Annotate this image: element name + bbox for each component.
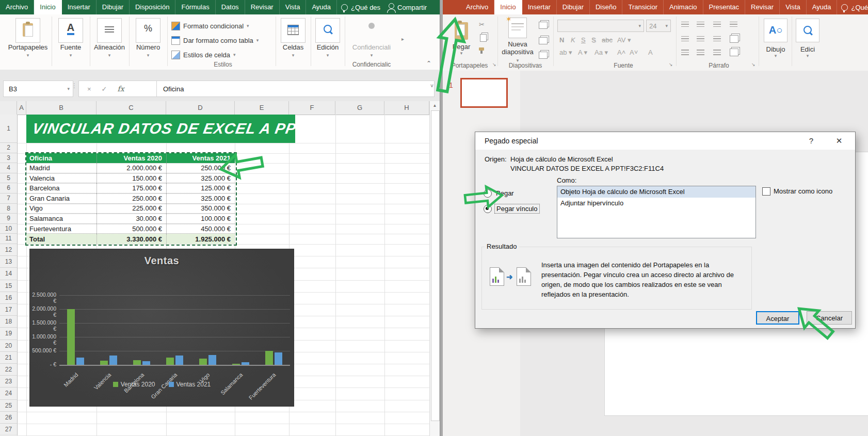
- font-size-combobox[interactable]: 24 ▾: [646, 20, 671, 32]
- dialog-launcher-icon[interactable]: ↘: [492, 62, 496, 67]
- paste-radio-label[interactable]: Pegar: [496, 189, 514, 197]
- insert-function-icon[interactable]: fx: [118, 85, 124, 93]
- strikethrough-button[interactable]: abc: [602, 36, 613, 44]
- excel-tab-dibujar[interactable]: Dibujar: [97, 0, 130, 14]
- powerpoint-tab-ayuda[interactable]: Ayuda: [807, 0, 838, 14]
- row-header-22[interactable]: 22: [0, 364, 18, 376]
- row-header-9[interactable]: 9: [0, 214, 18, 224]
- font-name-combobox[interactable]: ▾: [557, 20, 644, 32]
- row-header-24[interactable]: 24: [0, 387, 18, 399]
- row-header-13[interactable]: 13: [0, 256, 18, 268]
- row-header-25[interactable]: 25: [0, 400, 18, 412]
- table-cell[interactable]: 500.000 €: [97, 224, 166, 234]
- close-icon[interactable]: ✕: [831, 135, 847, 147]
- dialog-titlebar[interactable]: Pegado especial ? ✕: [475, 132, 855, 150]
- dialog-launcher-icon[interactable]: ↘: [751, 62, 756, 67]
- column-header-F[interactable]: F: [289, 101, 335, 115]
- bold-button[interactable]: N: [559, 36, 564, 44]
- table-cell[interactable]: Vigo: [26, 204, 97, 214]
- slide-thumbnail-1[interactable]: [460, 78, 508, 108]
- table-cell[interactable]: 1.925.000 €: [166, 234, 235, 244]
- row-header-6[interactable]: 6: [0, 183, 18, 193]
- excel-cells-group-button[interactable]: Celdas ▾: [277, 14, 310, 70]
- row-header-17[interactable]: 17: [0, 304, 18, 316]
- excel-tab-datos[interactable]: Datos: [216, 0, 245, 14]
- powerpoint-tab-diseño[interactable]: Diseño: [590, 0, 622, 14]
- row-header-4[interactable]: 4: [0, 163, 18, 173]
- drawing-group-button[interactable]: A○ Dibujo ▾: [763, 18, 789, 58]
- copy-icon[interactable]: [480, 34, 487, 42]
- align-text-icon[interactable]: [730, 35, 738, 43]
- reset-slide-icon[interactable]: [539, 37, 548, 44]
- powerpoint-tab-inicio[interactable]: Inicio: [494, 0, 522, 14]
- table-cell[interactable]: 250.000 €: [166, 163, 235, 173]
- paste-as-option[interactable]: Objeto Hoja de cálculo de Microsoft Exce…: [557, 186, 756, 198]
- powerpoint-tab-vista[interactable]: Vista: [780, 0, 807, 14]
- table-cell[interactable]: Total: [26, 234, 97, 244]
- excel-font-group-button[interactable]: A Fuente ▾: [53, 14, 89, 70]
- column-header-C[interactable]: C: [97, 101, 166, 115]
- excel-number-group-button[interactable]: % Número ▾: [130, 14, 166, 70]
- format-as-table-button[interactable]: Dar formato como tabla▾: [171, 34, 259, 46]
- bullets-icon[interactable]: [681, 22, 689, 27]
- powerpoint-tab-archivo[interactable]: Archivo: [460, 0, 494, 14]
- italic-button[interactable]: K: [571, 36, 575, 44]
- row-header-16[interactable]: 16: [0, 292, 18, 304]
- table-cell[interactable]: 325.000 €: [166, 173, 235, 184]
- table-cell[interactable]: Salamanca: [26, 214, 97, 224]
- table-cell[interactable]: 350.000 €: [166, 204, 235, 214]
- smartart-convert-icon[interactable]: [730, 49, 738, 56]
- excel-tab-ayuda[interactable]: Ayuda: [306, 0, 337, 14]
- row-header-8[interactable]: 8: [0, 204, 18, 214]
- accept-button[interactable]: Aceptar: [756, 311, 799, 325]
- column-header-D[interactable]: D: [166, 101, 235, 115]
- table-cell[interactable]: Valencia: [26, 173, 97, 184]
- table-cell[interactable]: 150.000 €: [97, 173, 166, 184]
- excel-tab-inicio[interactable]: Inicio: [34, 0, 61, 14]
- row-header-2[interactable]: 2: [0, 143, 18, 153]
- table-cell[interactable]: 3.330.000 €: [97, 234, 166, 244]
- table-header-cell[interactable]: Oficina: [26, 153, 97, 164]
- table-cell[interactable]: 2.000.000 €: [97, 163, 166, 173]
- table-cell[interactable]: 30.000 €: [97, 214, 166, 224]
- enter-icon[interactable]: ✓: [102, 85, 107, 93]
- expand-formula-bar-icon[interactable]: ˅: [430, 83, 433, 89]
- powerpoint-tab-insertar[interactable]: Insertar: [522, 0, 557, 14]
- excel-clipboard-group-button[interactable]: Portapapeles ▾: [5, 14, 51, 70]
- cell-styles-button[interactable]: Estilos de celda▾: [171, 49, 236, 61]
- row-header-1[interactable]: 1: [0, 115, 18, 143]
- paste-link-radio-label[interactable]: Pegar vínculo: [495, 204, 539, 213]
- line-spacing-icon[interactable]: [713, 22, 721, 27]
- row-header-11[interactable]: 11: [0, 234, 18, 244]
- shrink-font-button[interactable]: A˅: [630, 49, 638, 56]
- table-cell[interactable]: 100.000 €: [166, 214, 235, 224]
- excel-tab-vista[interactable]: Vista: [280, 0, 307, 14]
- editing-group-button[interactable]: Edici ▾: [795, 18, 821, 58]
- section-icon[interactable]: [539, 52, 548, 59]
- slide-layout-icon[interactable]: [539, 22, 548, 29]
- table-header-cell[interactable]: Ventas 2021: [166, 153, 235, 164]
- column-header-A[interactable]: A: [17, 101, 26, 115]
- sales-chart[interactable]: Ventas2.500.000 €2.000.000 €1.500.000 €1…: [29, 249, 294, 407]
- table-cell[interactable]: Gran Canaria: [26, 193, 97, 204]
- powerpoint-tab-animacio[interactable]: Animacio: [664, 0, 703, 14]
- excel-tab-disposición[interactable]: Disposición: [130, 0, 175, 14]
- powerpoint-tab-dibujar[interactable]: Dibujar: [557, 0, 590, 14]
- powerpoint-tab-revisar[interactable]: Revisar: [745, 0, 780, 14]
- table-header-cell[interactable]: Ventas 2020: [97, 153, 166, 164]
- scrollbar-thumb[interactable]: [431, 110, 440, 421]
- select-all-corner[interactable]: [0, 101, 17, 115]
- row-header-15[interactable]: 15: [0, 280, 18, 292]
- increase-indent-icon[interactable]: [697, 36, 704, 42]
- tell-me-search[interactable]: ¿Qué des: [851, 4, 868, 11]
- powerpoint-tab-presentac[interactable]: Presentac: [703, 0, 746, 14]
- row-header-14[interactable]: 14: [0, 268, 18, 280]
- dialog-launcher-icon[interactable]: ↘: [669, 62, 673, 67]
- formula-input[interactable]: Oficina: [156, 80, 435, 97]
- row-header-10[interactable]: 10: [0, 224, 18, 234]
- clear-formatting-button[interactable]: ab ▾: [559, 49, 572, 56]
- cut-icon[interactable]: ✂: [479, 21, 485, 28]
- show-as-icon-label[interactable]: Mostrar como icono: [774, 187, 832, 195]
- table-cell[interactable]: 125.000 €: [166, 183, 235, 193]
- excel-tab-insertar[interactable]: Insertar: [62, 0, 97, 14]
